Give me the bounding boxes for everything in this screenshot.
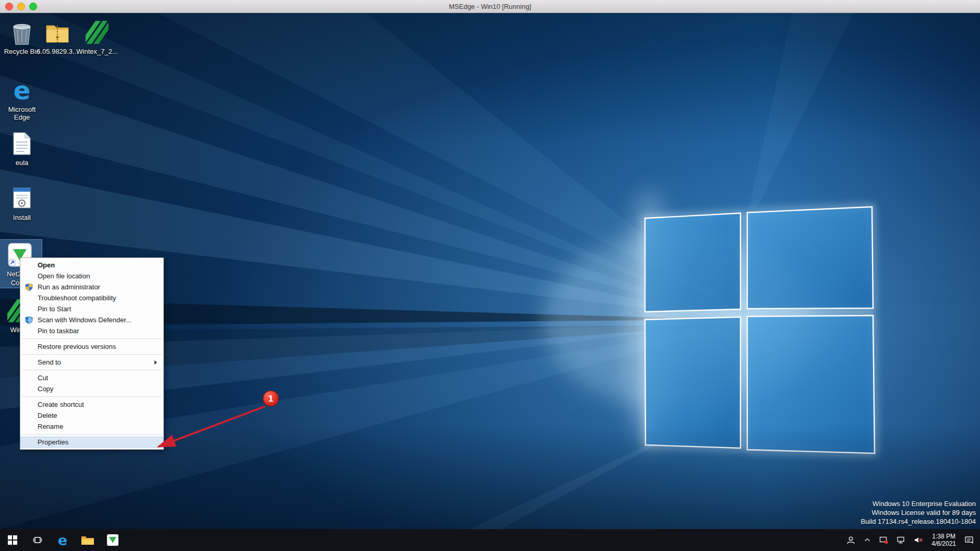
menu-item-label: Scan with Windows Defender...: [38, 316, 132, 324]
vm-window: MSEdge - Win10 [Running]: [0, 0, 980, 551]
menu-item-label: Pin to Start: [38, 305, 71, 313]
chevron-up-icon: [864, 536, 871, 544]
zip-folder-icon: [43, 18, 72, 46]
windows-evaluation-watermark: Windows 10 Enterprise Evaluation Windows…: [861, 499, 976, 526]
network-tray-button[interactable]: [893, 529, 909, 551]
action-center-button[interactable]: [961, 529, 978, 551]
desktop-icon-edge[interactable]: e Microsoft Edge: [0, 75, 44, 122]
system-tray: 1:38 PM 4/6/2021: [843, 529, 980, 551]
menu-separator: [22, 434, 162, 435]
menu-item-copy[interactable]: Copy: [20, 383, 163, 394]
desktop-icon-label: 6.05.9829.3...: [37, 48, 78, 55]
watermark-line3: Build 17134.rs4_release.180410-1804: [861, 517, 976, 526]
menu-item-label: Pin to taskbar: [38, 327, 79, 335]
traffic-lights: [5, 0, 37, 13]
menu-item-pin-to-taskbar[interactable]: Pin to taskbar: [20, 325, 163, 336]
menu-item-open[interactable]: Open: [20, 260, 163, 271]
recycle-bin-icon: [7, 18, 37, 46]
menu-item-cut[interactable]: Cut: [20, 372, 163, 383]
action-center-icon: [964, 535, 974, 545]
zoom-window-button[interactable]: [29, 3, 37, 10]
display-alert-icon: [879, 536, 888, 544]
menu-item-restore-previous-versions[interactable]: Restore previous versions: [20, 341, 163, 352]
defender-shield-icon: [20, 316, 38, 324]
menu-item-troubleshoot-compatibility[interactable]: Troubleshoot compatibility: [20, 292, 163, 303]
start-button[interactable]: [0, 529, 25, 551]
vm-titlebar: MSEdge - Win10 [Running]: [0, 0, 980, 13]
document-icon: [7, 130, 37, 158]
clock-time: 1:38 PM: [932, 533, 955, 540]
net2-taskbar-button[interactable]: [100, 529, 125, 551]
people-button[interactable]: [843, 529, 859, 551]
taskbar: e: [0, 529, 980, 551]
menu-separator: [22, 370, 162, 370]
installer-icon: [7, 184, 37, 213]
net2-icon: [106, 534, 119, 546]
menu-item-label: Create shortcut: [38, 401, 84, 408]
edge-icon: e: [7, 76, 37, 104]
close-window-button[interactable]: [5, 3, 13, 10]
menu-item-open-file-location[interactable]: Open file location: [20, 271, 163, 282]
menu-item-label: Cut: [38, 374, 48, 382]
watermark-line1: Windows 10 Enterprise Evaluation: [861, 499, 976, 508]
taskbar-empty-area: [125, 529, 843, 551]
menu-item-label: Run as administrator: [38, 283, 100, 291]
menu-item-label: Properties: [38, 438, 68, 446]
ethernet-icon: [897, 536, 905, 544]
watermark-line2: Windows License valid for 89 days: [861, 508, 976, 517]
volume-tray-button[interactable]: [910, 529, 927, 551]
menu-separator: [22, 354, 162, 355]
menu-item-send-to[interactable]: Send to: [20, 357, 163, 368]
menu-item-label: Send to: [38, 358, 61, 366]
desktop-icon-install[interactable]: Install: [0, 183, 44, 222]
desktop-icon-label: Microsoft Edge: [0, 105, 44, 121]
menu-item-delete[interactable]: Delete: [20, 410, 163, 421]
menu-item-label: Rename: [38, 423, 63, 430]
hidden-icons-button[interactable]: [860, 529, 875, 551]
taskbar-clock[interactable]: 1:38 PM 4/6/2021: [928, 529, 960, 551]
context-menu: Open Open file location Run as administr…: [20, 257, 164, 450]
file-explorer-button[interactable]: [75, 529, 100, 551]
menu-item-scan-with-defender[interactable]: Scan with Windows Defender...: [20, 314, 163, 325]
desktop-icon-eula[interactable]: eula: [0, 128, 44, 168]
edge-taskbar-button[interactable]: e: [50, 529, 75, 551]
menu-separator: [22, 396, 162, 397]
status-tray-button[interactable]: [876, 529, 892, 551]
desktop-icon-zip-6059829[interactable]: 6.05.9829.3...: [35, 17, 79, 56]
menu-item-rename[interactable]: Rename: [20, 421, 163, 432]
menu-item-label: Delete: [38, 412, 57, 419]
menu-item-label: Open file location: [38, 272, 90, 280]
task-view-icon: [33, 535, 42, 545]
desktop-icon-label: Wintex_7_2...: [76, 48, 118, 55]
clock-date: 4/6/2021: [931, 540, 956, 547]
menu-item-run-as-administrator[interactable]: Run as administrator: [20, 282, 163, 292]
wintex-icon: [82, 18, 112, 46]
menu-item-properties[interactable]: Properties: [20, 437, 163, 448]
desktop-icon-label: Recycle Bin: [4, 48, 40, 55]
menu-item-create-shortcut[interactable]: Create shortcut: [20, 399, 163, 410]
task-view-button[interactable]: [25, 529, 50, 551]
windows-logo-icon: [8, 535, 17, 545]
uac-shield-icon: [20, 283, 38, 291]
menu-item-label: Open: [38, 261, 55, 269]
menu-item-label: Copy: [38, 385, 53, 393]
menu-item-label: Troubleshoot compatibility: [38, 294, 116, 302]
submenu-arrow-icon: [154, 360, 157, 365]
desktop-icon-label: Install: [13, 214, 31, 221]
people-icon: [846, 536, 855, 545]
menu-item-pin-to-start[interactable]: Pin to Start: [20, 303, 163, 314]
volume-muted-icon: [914, 536, 923, 544]
window-title: MSEdge - Win10 [Running]: [449, 3, 531, 10]
menu-separator: [22, 338, 162, 339]
minimize-window-button[interactable]: [17, 3, 25, 10]
menu-item-label: Restore previous versions: [38, 343, 116, 350]
desktop-icon-wintex[interactable]: Wintex_7_2...: [75, 17, 119, 56]
file-explorer-icon: [81, 535, 94, 545]
edge-icon: e: [58, 533, 67, 547]
desktop-icon-label: eula: [16, 159, 29, 167]
